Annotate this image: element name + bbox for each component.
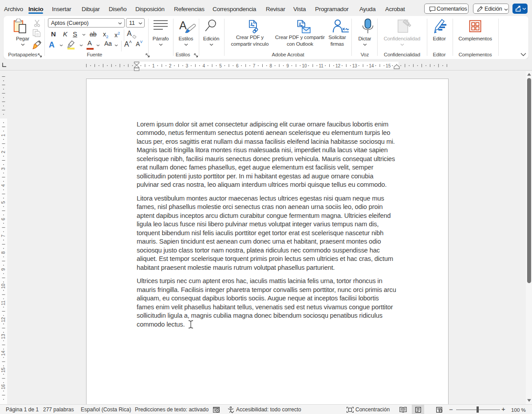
- svg-text:1: 1: [152, 63, 155, 68]
- svg-text:2: 2: [0, 151, 6, 154]
- svg-text:10: 10: [0, 284, 6, 289]
- svg-text:14: 14: [369, 63, 374, 68]
- svg-text:1: 1: [0, 134, 6, 137]
- svg-text:13: 13: [0, 334, 6, 339]
- svg-text:4: 4: [0, 184, 6, 187]
- svg-text:9: 9: [286, 63, 289, 68]
- svg-text:4: 4: [202, 63, 205, 68]
- svg-text:9: 9: [0, 268, 6, 271]
- svg-text:14: 14: [0, 351, 6, 356]
- svg-text:6: 6: [236, 63, 239, 68]
- svg-text:7: 7: [0, 235, 6, 237]
- svg-text:2: 2: [169, 63, 172, 68]
- svg-text:12: 12: [0, 317, 6, 323]
- svg-text:12: 12: [335, 63, 341, 68]
- svg-text:3: 3: [186, 63, 189, 68]
- svg-text:11: 11: [319, 63, 324, 68]
- svg-text:11: 11: [0, 300, 6, 305]
- svg-text:15: 15: [0, 367, 6, 373]
- svg-text:8: 8: [270, 63, 272, 68]
- svg-text:6: 6: [0, 218, 6, 221]
- svg-text:16: 16: [0, 384, 6, 390]
- svg-text:5: 5: [219, 63, 222, 68]
- svg-text:8: 8: [0, 251, 6, 254]
- svg-text:13: 13: [352, 63, 358, 68]
- svg-text:3: 3: [0, 167, 6, 170]
- svg-text:10: 10: [302, 63, 307, 68]
- svg-text:15: 15: [386, 63, 391, 68]
- svg-text:5: 5: [0, 201, 6, 204]
- svg-text:7: 7: [253, 63, 256, 68]
